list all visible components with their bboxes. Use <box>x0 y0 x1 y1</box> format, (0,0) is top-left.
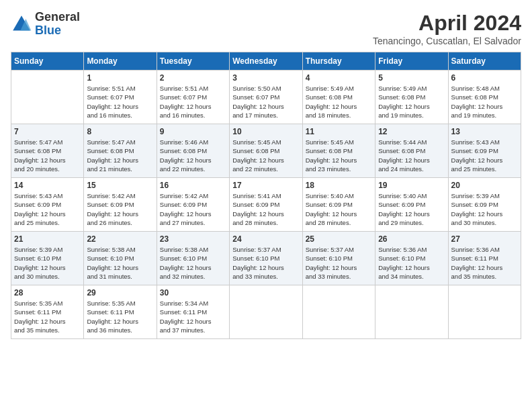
day-number: 27 <box>451 234 518 244</box>
calendar-table: SundayMondayTuesdayWednesdayThursdayFrid… <box>11 52 521 339</box>
day-info: Sunrise: 5:42 AM Sunset: 6:09 PM Dayligh… <box>160 191 226 227</box>
calendar-cell <box>230 285 302 339</box>
calendar-cell: 8Sunrise: 5:47 AM Sunset: 6:08 PM Daylig… <box>84 124 157 178</box>
calendar-cell: 2Sunrise: 5:51 AM Sunset: 6:07 PM Daylig… <box>157 71 229 124</box>
day-number: 24 <box>232 234 299 244</box>
calendar-header-thursday: Thursday <box>302 52 375 71</box>
day-number: 3 <box>232 73 299 83</box>
day-info: Sunrise: 5:42 AM Sunset: 6:09 PM Dayligh… <box>87 191 153 227</box>
day-info: Sunrise: 5:38 AM Sunset: 6:10 PM Dayligh… <box>160 245 226 281</box>
day-number: 19 <box>378 181 445 190</box>
day-number: 2 <box>160 73 226 83</box>
day-info: Sunrise: 5:49 AM Sunset: 6:08 PM Dayligh… <box>306 84 372 120</box>
day-number: 14 <box>14 181 81 190</box>
calendar-cell: 11Sunrise: 5:45 AM Sunset: 6:08 PM Dayli… <box>302 124 375 178</box>
calendar-cell <box>302 285 375 339</box>
day-number: 21 <box>14 234 81 244</box>
calendar-cell: 3Sunrise: 5:50 AM Sunset: 6:07 PM Daylig… <box>230 71 302 124</box>
calendar-week-row: 1Sunrise: 5:51 AM Sunset: 6:07 PM Daylig… <box>11 71 521 124</box>
day-info: Sunrise: 5:43 AM Sunset: 6:09 PM Dayligh… <box>14 191 81 227</box>
title-block: April 2024 Tenancingo, Cuscatlan, El Sal… <box>373 11 521 46</box>
day-info: Sunrise: 5:39 AM Sunset: 6:09 PM Dayligh… <box>451 191 518 227</box>
calendar-cell: 10Sunrise: 5:45 AM Sunset: 6:08 PM Dayli… <box>230 124 302 178</box>
calendar-cell: 13Sunrise: 5:43 AM Sunset: 6:09 PM Dayli… <box>448 124 521 178</box>
day-number: 7 <box>14 127 81 136</box>
calendar-cell <box>11 71 84 124</box>
day-info: Sunrise: 5:37 AM Sunset: 6:10 PM Dayligh… <box>232 245 299 281</box>
page-header: General Blue April 2024 Tenancingo, Cusc… <box>11 11 521 46</box>
day-info: Sunrise: 5:47 AM Sunset: 6:08 PM Dayligh… <box>14 138 81 173</box>
day-info: Sunrise: 5:41 AM Sunset: 6:09 PM Dayligh… <box>232 191 299 227</box>
day-number: 30 <box>160 288 226 298</box>
day-info: Sunrise: 5:40 AM Sunset: 6:09 PM Dayligh… <box>378 191 445 227</box>
day-info: Sunrise: 5:49 AM Sunset: 6:08 PM Dayligh… <box>378 84 445 120</box>
calendar-cell: 9Sunrise: 5:46 AM Sunset: 6:08 PM Daylig… <box>157 124 229 178</box>
calendar-cell: 20Sunrise: 5:39 AM Sunset: 6:09 PM Dayli… <box>448 178 521 232</box>
calendar-week-row: 14Sunrise: 5:43 AM Sunset: 6:09 PM Dayli… <box>11 178 521 232</box>
day-info: Sunrise: 5:51 AM Sunset: 6:07 PM Dayligh… <box>87 84 153 120</box>
calendar-cell: 17Sunrise: 5:41 AM Sunset: 6:09 PM Dayli… <box>230 178 302 232</box>
calendar-header-sunday: Sunday <box>11 52 84 71</box>
calendar-cell: 23Sunrise: 5:38 AM Sunset: 6:10 PM Dayli… <box>157 232 229 285</box>
day-info: Sunrise: 5:45 AM Sunset: 6:08 PM Dayligh… <box>306 138 372 173</box>
calendar-cell: 7Sunrise: 5:47 AM Sunset: 6:08 PM Daylig… <box>11 124 84 178</box>
calendar-header-row: SundayMondayTuesdayWednesdayThursdayFrid… <box>11 52 521 71</box>
day-number: 25 <box>306 234 372 244</box>
calendar-header-saturday: Saturday <box>448 52 521 71</box>
day-info: Sunrise: 5:51 AM Sunset: 6:07 PM Dayligh… <box>160 84 226 120</box>
calendar-cell: 4Sunrise: 5:49 AM Sunset: 6:08 PM Daylig… <box>302 71 375 124</box>
calendar-cell: 24Sunrise: 5:37 AM Sunset: 6:10 PM Dayli… <box>230 232 302 285</box>
month-title: April 2024 <box>373 11 521 36</box>
day-number: 1 <box>87 73 153 83</box>
day-info: Sunrise: 5:45 AM Sunset: 6:08 PM Dayligh… <box>232 138 299 173</box>
day-info: Sunrise: 5:46 AM Sunset: 6:08 PM Dayligh… <box>160 138 226 173</box>
day-info: Sunrise: 5:35 AM Sunset: 6:11 PM Dayligh… <box>14 299 81 334</box>
day-number: 28 <box>14 288 81 298</box>
calendar-header-monday: Monday <box>84 52 157 71</box>
calendar-cell: 22Sunrise: 5:38 AM Sunset: 6:10 PM Dayli… <box>84 232 157 285</box>
calendar-cell: 29Sunrise: 5:35 AM Sunset: 6:11 PM Dayli… <box>84 285 157 339</box>
calendar-cell: 16Sunrise: 5:42 AM Sunset: 6:09 PM Dayli… <box>157 178 229 232</box>
day-info: Sunrise: 5:48 AM Sunset: 6:08 PM Dayligh… <box>451 84 518 120</box>
day-number: 16 <box>160 181 226 190</box>
day-info: Sunrise: 5:38 AM Sunset: 6:10 PM Dayligh… <box>87 245 153 281</box>
day-info: Sunrise: 5:50 AM Sunset: 6:07 PM Dayligh… <box>232 84 299 120</box>
calendar-cell <box>375 285 448 339</box>
logo: General Blue <box>11 11 80 38</box>
calendar-cell: 14Sunrise: 5:43 AM Sunset: 6:09 PM Dayli… <box>11 178 84 232</box>
day-info: Sunrise: 5:36 AM Sunset: 6:10 PM Dayligh… <box>378 245 445 281</box>
day-number: 8 <box>87 127 153 136</box>
calendar-cell: 5Sunrise: 5:49 AM Sunset: 6:08 PM Daylig… <box>375 71 448 124</box>
calendar-cell: 12Sunrise: 5:44 AM Sunset: 6:08 PM Dayli… <box>375 124 448 178</box>
calendar-cell: 30Sunrise: 5:34 AM Sunset: 6:11 PM Dayli… <box>157 285 229 339</box>
day-number: 12 <box>378 127 445 136</box>
logo-blue-text: Blue <box>35 24 80 38</box>
calendar-cell: 25Sunrise: 5:37 AM Sunset: 6:10 PM Dayli… <box>302 232 375 285</box>
day-number: 26 <box>378 234 445 244</box>
day-number: 23 <box>160 234 226 244</box>
calendar-header-wednesday: Wednesday <box>230 52 302 71</box>
day-number: 15 <box>87 181 153 190</box>
day-number: 17 <box>232 181 299 190</box>
calendar-cell: 19Sunrise: 5:40 AM Sunset: 6:09 PM Dayli… <box>375 178 448 232</box>
day-number: 10 <box>232 127 299 136</box>
day-number: 22 <box>87 234 153 244</box>
day-number: 9 <box>160 127 226 136</box>
calendar-week-row: 7Sunrise: 5:47 AM Sunset: 6:08 PM Daylig… <box>11 124 521 178</box>
logo-icon <box>11 13 32 35</box>
day-info: Sunrise: 5:40 AM Sunset: 6:09 PM Dayligh… <box>306 191 372 227</box>
location: Tenancingo, Cuscatlan, El Salvador <box>373 36 521 46</box>
day-number: 11 <box>306 127 372 136</box>
day-number: 18 <box>306 181 372 190</box>
calendar-week-row: 28Sunrise: 5:35 AM Sunset: 6:11 PM Dayli… <box>11 285 521 339</box>
day-info: Sunrise: 5:34 AM Sunset: 6:11 PM Dayligh… <box>160 299 226 334</box>
calendar-cell <box>448 285 521 339</box>
calendar-cell: 15Sunrise: 5:42 AM Sunset: 6:09 PM Dayli… <box>84 178 157 232</box>
calendar-cell: 1Sunrise: 5:51 AM Sunset: 6:07 PM Daylig… <box>84 71 157 124</box>
logo-general-text: General <box>35 11 80 24</box>
calendar-cell: 18Sunrise: 5:40 AM Sunset: 6:09 PM Dayli… <box>302 178 375 232</box>
day-info: Sunrise: 5:37 AM Sunset: 6:10 PM Dayligh… <box>306 245 372 281</box>
day-number: 4 <box>306 73 372 83</box>
calendar-cell: 28Sunrise: 5:35 AM Sunset: 6:11 PM Dayli… <box>11 285 84 339</box>
calendar-cell: 27Sunrise: 5:36 AM Sunset: 6:11 PM Dayli… <box>448 232 521 285</box>
